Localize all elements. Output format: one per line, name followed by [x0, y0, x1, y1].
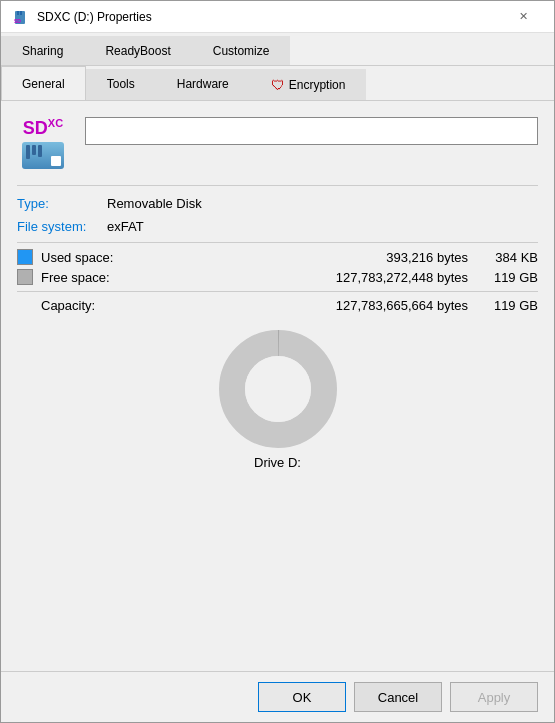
top-tab-bar: Sharing ReadyBoost Customize: [1, 33, 554, 66]
dialog-footer: OK Cancel Apply: [1, 671, 554, 722]
bottom-tab-bar: General Tools Hardware 🛡 Encryption: [1, 66, 554, 101]
tab-sharing[interactable]: Sharing: [1, 36, 84, 65]
type-value: Removable Disk: [107, 196, 202, 211]
divider-1: [17, 185, 538, 186]
title-bar: SD SDXC (D:) Properties ✕: [1, 1, 554, 33]
sdxc-icon: SDXC: [17, 117, 69, 169]
free-space-bytes: 127,783,272,448 bytes: [131, 270, 468, 285]
properties-window: SD SDXC (D:) Properties ✕ Sharing ReadyB…: [0, 0, 555, 723]
capacity-size: 119 GB: [468, 298, 538, 313]
free-space-color-box: [17, 269, 33, 285]
close-button[interactable]: ✕: [500, 1, 546, 33]
sdxc-logo-text: SDXC: [23, 117, 63, 139]
free-space-row: Free space: 127,783,272,448 bytes 119 GB: [17, 269, 538, 285]
svg-rect-1: [17, 11, 19, 15]
free-space-size: 119 GB: [468, 270, 538, 285]
title-icon: SD: [13, 9, 29, 25]
tab-encryption[interactable]: 🛡 Encryption: [250, 69, 367, 100]
used-space-color-box: [17, 249, 33, 265]
window-title: SDXC (D:) Properties: [37, 10, 152, 24]
encryption-shield-icon: 🛡: [271, 77, 285, 93]
free-space-label: Free space:: [41, 270, 131, 285]
type-row: Type: Removable Disk: [17, 194, 538, 213]
drive-name-input[interactable]: [85, 117, 538, 145]
used-space-label: Used space:: [41, 250, 131, 265]
svg-text:SD: SD: [14, 18, 21, 24]
sdxc-disk-graphic: [22, 142, 64, 169]
filesystem-row: File system: exFAT: [17, 217, 538, 236]
cancel-button[interactable]: Cancel: [354, 682, 442, 712]
used-space-bytes: 393,216 bytes: [131, 250, 468, 265]
tab-customize[interactable]: Customize: [192, 36, 291, 65]
used-space-size: 384 KB: [468, 250, 538, 265]
donut-chart-container: Drive D:: [17, 329, 538, 470]
filesystem-label: File system:: [17, 219, 107, 234]
drive-header: SDXC: [17, 117, 538, 169]
capacity-bytes: 127,783,665,664 bytes: [123, 298, 468, 313]
svg-point-6: [245, 356, 311, 422]
capacity-label: Capacity:: [41, 298, 123, 313]
tab-readyboost[interactable]: ReadyBoost: [84, 36, 191, 65]
apply-button[interactable]: Apply: [450, 682, 538, 712]
donut-chart: [218, 329, 338, 449]
divider-2: [17, 242, 538, 243]
capacity-row: Capacity: 127,783,665,664 bytes 119 GB: [17, 298, 538, 313]
ok-button[interactable]: OK: [258, 682, 346, 712]
divider-3: [17, 291, 538, 292]
general-tab-content: SDXC Type: Removable Disk File system: e…: [1, 101, 554, 671]
drive-label: Drive D:: [254, 455, 301, 470]
tab-tools[interactable]: Tools: [86, 69, 156, 100]
tab-hardware[interactable]: Hardware: [156, 69, 250, 100]
filesystem-value: exFAT: [107, 219, 144, 234]
type-label: Type:: [17, 196, 107, 211]
tab-general[interactable]: General: [1, 66, 86, 100]
used-space-row: Used space: 393,216 bytes 384 KB: [17, 249, 538, 265]
svg-rect-2: [20, 11, 22, 15]
